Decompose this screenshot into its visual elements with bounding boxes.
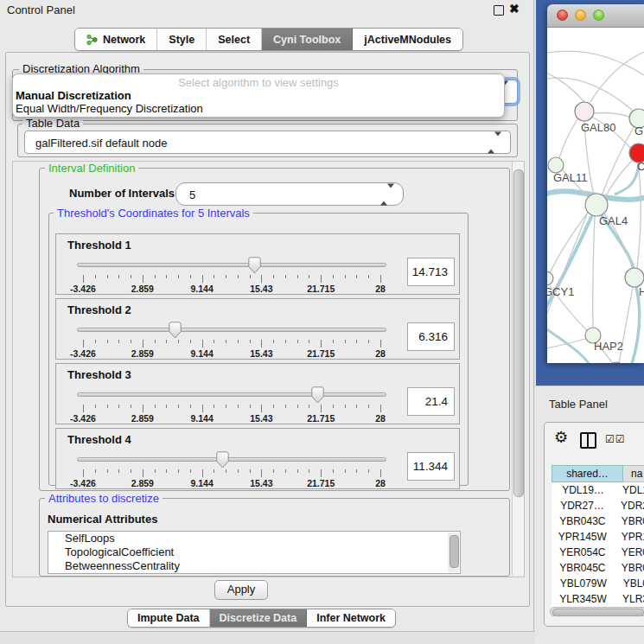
cell-shared-name[interactable]: YER054C xyxy=(552,545,614,560)
threshold-label: Threshold 1 xyxy=(67,239,131,252)
slider-thumb[interactable] xyxy=(311,386,324,404)
split-columns-icon[interactable] xyxy=(580,432,596,449)
cell-shared-name[interactable]: YBR043C xyxy=(552,513,614,529)
tab-select[interactable]: Select xyxy=(207,29,262,50)
cell-shared-name[interactable]: YBL079W xyxy=(552,576,615,591)
gear-icon[interactable]: ⚙ xyxy=(554,430,568,445)
slider-tick xyxy=(178,405,179,408)
attribute-list-item[interactable]: SelfLoops xyxy=(48,532,460,545)
vertical-scrollbar[interactable] xyxy=(512,162,524,575)
numerical-attributes-list[interactable]: SelfLoopsTopologicalCoefficientBetweenne… xyxy=(48,531,461,574)
table-row[interactable]: YPR145WYPR1 xyxy=(552,529,644,545)
node-table[interactable]: shared… na YDL19…YDL1YDR27…YDR2YBR043CYB… xyxy=(552,465,644,615)
slider-track[interactable] xyxy=(77,328,386,332)
tab-cyni-toolbox[interactable]: Cyni Toolbox xyxy=(262,29,353,50)
close-traffic-light-icon[interactable] xyxy=(557,10,568,21)
threshold-value-field[interactable]: 21.4 xyxy=(407,387,455,416)
select-columns-icon[interactable]: ☑☑ xyxy=(605,433,626,445)
slider-tick xyxy=(273,275,274,278)
tab-impute-data[interactable]: Impute Data xyxy=(128,609,210,627)
close-icon[interactable]: ✖ xyxy=(509,2,520,16)
network-edge[interactable] xyxy=(637,163,641,268)
threshold-slider[interactable]: -3.4262.8599.14415.4321.71528 xyxy=(77,256,386,294)
slider-thumb[interactable] xyxy=(248,257,261,274)
cell-name[interactable]: YDR2 xyxy=(613,498,644,513)
threshold-slider[interactable]: -3.4262.8599.14415.4321.71528 xyxy=(77,321,386,359)
cell-name[interactable]: YPR1 xyxy=(614,529,644,545)
network-edge[interactable] xyxy=(559,118,578,158)
cell-shared-name[interactable]: YLR345W xyxy=(552,591,615,607)
table-data-combobox[interactable]: galFiltered.sif default node xyxy=(24,131,511,154)
slider-thumb[interactable] xyxy=(216,451,229,469)
network-edge[interactable] xyxy=(593,216,595,328)
cell-shared-name[interactable]: YDL19… xyxy=(552,482,615,498)
dropdown-item-equal-width[interactable]: Equal Width/Frequency Discretization xyxy=(16,102,203,115)
cell-shared-name[interactable]: YDR27… xyxy=(552,498,613,513)
network-window-titlebar[interactable] xyxy=(547,4,644,28)
slider-tick xyxy=(297,469,298,473)
horizontal-scrollbar[interactable] xyxy=(550,607,644,616)
tab-network[interactable]: Network xyxy=(75,29,157,50)
number-of-intervals-combobox[interactable]: 5 xyxy=(175,182,404,206)
column-header-name[interactable]: na xyxy=(623,465,644,482)
list-scrollbar[interactable] xyxy=(448,532,459,572)
tab-discretize-data[interactable]: Discretize Data xyxy=(210,609,308,627)
threshold-value-field[interactable]: 14.713 xyxy=(407,258,455,286)
threshold-panel: Threshold 2 -3.4262.8599.14415.4321.7152… xyxy=(55,298,460,360)
threshold-slider[interactable]: -3.4262.8599.14415.4321.71528 xyxy=(77,450,386,488)
zoom-traffic-light-icon[interactable] xyxy=(593,10,604,21)
slider-tick-label: -3.426 xyxy=(70,478,96,488)
slider-track[interactable] xyxy=(77,392,386,397)
network-node[interactable] xyxy=(585,194,608,216)
cell-name[interactable]: YBR0 xyxy=(614,513,644,529)
cell-shared-name[interactable]: YBR045C xyxy=(552,560,614,576)
vertical-scrollbar-thumb[interactable] xyxy=(513,169,524,497)
table-row[interactable]: YDL19…YDL1 xyxy=(552,482,644,498)
network-edge[interactable] xyxy=(547,51,644,75)
slider-track[interactable] xyxy=(77,263,386,267)
column-header-shared-name[interactable]: shared… xyxy=(552,465,623,482)
threshold-slider[interactable]: -3.4262.8599.14415.4321.71528 xyxy=(77,386,386,424)
cell-name[interactable]: YBL0 xyxy=(615,576,644,591)
threshold-value-field[interactable]: 11.344 xyxy=(407,452,455,481)
cell-shared-name[interactable]: YPR145W xyxy=(552,529,614,545)
threshold-label: Threshold 3 xyxy=(67,368,131,381)
attribute-list-item[interactable]: TopologicalCoefficient xyxy=(48,545,460,559)
table-row[interactable]: YBR043CYBR0 xyxy=(552,513,644,529)
network-node[interactable] xyxy=(609,362,624,363)
attribute-list-item[interactable]: BetweennessCentrality xyxy=(48,559,460,573)
table-row[interactable]: YLR345WYLR3 xyxy=(552,591,644,607)
minimize-traffic-light-icon[interactable] xyxy=(575,10,586,21)
dropdown-item-manual[interactable]: Manual Discretization xyxy=(16,89,131,102)
network-node[interactable] xyxy=(547,271,553,285)
network-canvas[interactable]: GAL80GCGAL11GAL4GCY1HHAP2 xyxy=(547,28,644,363)
network-edge[interactable] xyxy=(547,71,584,102)
network-edge[interactable] xyxy=(593,113,629,118)
float-window-icon[interactable] xyxy=(494,5,504,16)
slider-track[interactable] xyxy=(77,457,386,462)
table-row[interactable]: YBL079WYBL0 xyxy=(552,576,644,591)
table-row[interactable]: YDR27…YDR2 xyxy=(552,498,644,513)
horizontal-scrollbar-thumb[interactable] xyxy=(552,609,644,616)
list-scrollbar-thumb[interactable] xyxy=(450,535,459,568)
network-edge[interactable] xyxy=(615,163,639,194)
cell-name[interactable]: YER0 xyxy=(614,545,644,560)
tab-jactivemnodules[interactable]: jActiveMNodules xyxy=(353,29,462,50)
threshold-value-field[interactable]: 6.316 xyxy=(407,322,455,351)
network-node[interactable] xyxy=(625,268,644,287)
tab-infer-network[interactable]: Infer Network xyxy=(307,609,395,627)
network-node[interactable] xyxy=(575,102,594,121)
slider-thumb[interactable] xyxy=(169,322,182,339)
tab-style[interactable]: Style xyxy=(157,29,207,50)
cell-name[interactable]: YBR0 xyxy=(614,560,644,576)
cell-name[interactable]: YDL1 xyxy=(615,482,644,498)
table-row[interactable]: YER054CYER0 xyxy=(552,545,644,560)
network-edge[interactable] xyxy=(632,287,640,363)
network-edge[interactable] xyxy=(547,326,589,363)
network-edge[interactable] xyxy=(547,339,585,349)
apply-button[interactable]: Apply xyxy=(214,580,268,600)
table-row[interactable]: YBR045CYBR0 xyxy=(552,560,644,576)
slider-tick xyxy=(333,405,334,408)
cell-name[interactable]: YLR3 xyxy=(615,591,644,607)
network-edge[interactable] xyxy=(590,52,644,102)
